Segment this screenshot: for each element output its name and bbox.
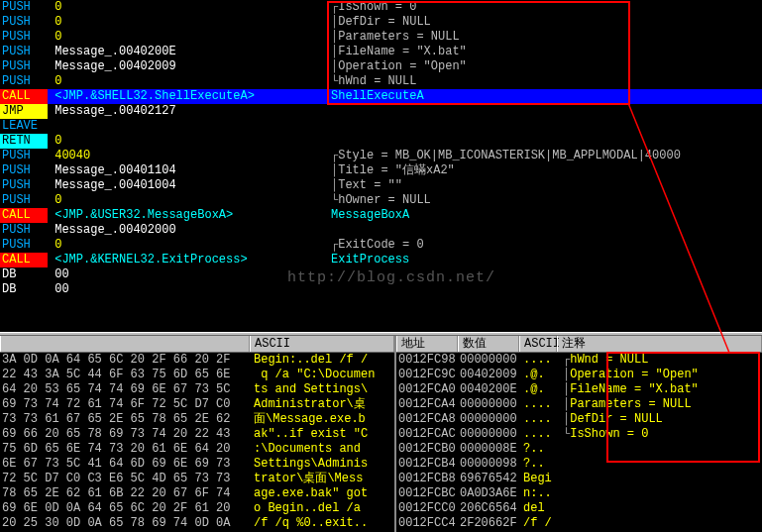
hex-bytes: 6E 67 73 5C 41 64 6D 69 6E 69 73 [0,457,252,472]
comment: ┌ExitCode = 0 [325,238,424,253]
operand: 0 [48,238,325,253]
operand: 0 [48,193,325,208]
stack-row[interactable]: 0012FCB00000008E?.. [396,442,762,457]
hex-row[interactable]: 6E 67 73 5C 41 64 6D 69 6E 69 73Settings… [0,457,394,472]
disasm-line[interactable]: PUSH 0└hWnd = NULL [0,74,762,89]
hex-ascii: Begin:..del /f / [252,353,368,368]
hex-ascii: q /a "C:\Documen [252,368,375,382]
hex-dump[interactable]: ASCII 3A 0D 0A 64 65 6C 20 2F 66 20 2FBe… [0,336,396,532]
disasm-line[interactable]: PUSH Message_.0040200E│FileName = "X.bat… [0,45,762,59]
comment: │Parameters = NULL [325,30,460,45]
hex-header: ASCII [0,336,394,353]
hex-row[interactable]: 20 25 30 0D 0A 65 78 69 74 0D 0A/f /q %0… [0,516,394,531]
watermark: http://blog.csdn.net/ [287,269,495,286]
hex-row[interactable]: 69 66 20 65 78 69 73 74 20 22 43ak"..if … [0,427,394,442]
stack-comment: │DefDir = NULL [563,412,663,427]
operand: 40040 [48,149,325,163]
hex-ascii: Administrator\桌 [252,397,366,412]
mnemonic: PUSH [0,163,48,178]
hex-bytes: 78 65 2E 62 61 6B 22 20 67 6F 74 [0,486,252,501]
mnemonic: RETN [0,134,48,149]
hex-ascii: /f /q %0..exit.. [252,516,368,531]
disasm-line[interactable]: JMP Message_.00402127 [0,104,762,119]
bottom-panel: ASCII 3A 0D 0A 64 65 6C 20 2F 66 20 2FBe… [0,336,762,532]
stack-row[interactable]: 0012FCAC00000000....└IsShown = 0 [396,427,762,442]
mnemonic: PUSH [0,149,48,163]
hex-bytes: 69 6E 0D 0A 64 65 6C 20 2F 61 20 [0,501,252,516]
hex-row[interactable]: 64 20 53 65 74 74 69 6E 67 73 5Cts and S… [0,382,394,397]
operand: 0 [48,0,325,15]
stack-comment: ┌hWnd = NULL [563,353,648,368]
hex-bytes: 72 5C D7 C0 C3 E6 5C 4D 65 73 73 [0,472,252,486]
disasm-line[interactable]: PUSH Message_.00401004│Text = "" [0,178,762,193]
comment: └hWnd = NULL [325,74,416,89]
operand [48,119,325,134]
stack-row[interactable]: 0012FCA00040200E.@.│FileName = "X.bat" [396,382,762,397]
comment: ExitProcess [325,253,409,267]
operand: Message_.00401004 [48,178,325,193]
operand: 0 [48,30,325,45]
operand: <JMP.&USER32.MessageBoxA> [48,208,325,223]
hex-ascii: :\Documents and [252,442,368,457]
disasm-line[interactable]: CALL <JMP.&SHELL32.ShellExecuteA>ShellEx… [0,89,762,104]
stack-row[interactable]: 0012FCC42F20662F/f / [396,516,762,531]
hex-ascii: ts and Settings\ [252,382,368,397]
stack-view[interactable]: 地址 数值 ASCII 注释 0012FC9800000000....┌hWnd… [396,336,762,532]
disasm-line[interactable]: PUSH 0┌ExitCode = 0 [0,238,762,253]
hex-ascii: ak"..if exist "C [252,427,368,442]
disasm-line[interactable]: RETN 0 [0,134,762,149]
stack-comment: │Parameters = NULL [563,397,692,412]
stack-comment: └IsShown = 0 [563,427,648,442]
stack-header: 地址 数值 ASCII 注释 [396,336,762,353]
hex-bytes: 73 73 61 67 65 2E 65 78 65 2E 62 [0,412,252,427]
comment: │Title = "信蟎xA2" [325,163,455,178]
comment: ┌IsShown = 0 [325,0,416,15]
hex-row[interactable]: 69 73 74 72 61 74 6F 72 5C D7 C0Administ… [0,397,394,412]
comment: │DefDir = NULL [325,15,431,30]
disassembly-panel[interactable]: PUSH 0┌IsShown = 0PUSH 0│DefDir = NULLPU… [0,0,762,332]
hex-ascii: age.exe.bak" got [252,486,368,501]
disasm-line[interactable]: CALL <JMP.&USER32.MessageBoxA>MessageBox… [0,208,762,223]
comment: ShellExecuteA [325,89,424,104]
hex-bytes: 64 20 53 65 74 74 69 6E 67 73 5C [0,382,252,397]
stack-row[interactable]: 0012FC9800000000....┌hWnd = NULL [396,353,762,368]
hex-bytes: 20 25 30 0D 0A 65 78 69 74 0D 0A [0,516,252,531]
disasm-line[interactable]: PUSH Message_.00402000 [0,223,762,238]
hex-ascii: trator\桌面\Mess [252,472,363,486]
mnemonic: PUSH [0,223,48,238]
disasm-line[interactable]: CALL <JMP.&KERNEL32.ExitProcess>ExitProc… [0,253,762,267]
hex-row[interactable]: 22 43 3A 5C 44 6F 63 75 6D 65 6E q /a "C… [0,368,394,382]
hex-row[interactable]: 72 5C D7 C0 C3 E6 5C 4D 65 73 73trator\桌… [0,472,394,486]
hex-row[interactable]: 73 73 61 67 65 2E 65 78 65 2E 62面\Messag… [0,412,394,427]
stack-row[interactable]: 0012FCBC0A0D3A6En:.. [396,486,762,501]
mnemonic: PUSH [0,238,48,253]
stack-row[interactable]: 0012FC9C00402009.@.│Operation = "Open" [396,368,762,382]
stack-row[interactable]: 0012FCA800000000....│DefDir = NULL [396,412,762,427]
mnemonic: CALL [0,253,48,267]
hex-ascii: o Begin..del /a [252,501,368,516]
mnemonic: PUSH [0,30,48,45]
disasm-line[interactable]: LEAVE [0,119,762,134]
disasm-line[interactable]: PUSH 40040┌Style = MB_OK|MB_ICONASTERISK… [0,149,762,163]
stack-row[interactable]: 0012FCA400000000....│Parameters = NULL [396,397,762,412]
stack-row[interactable]: 0012FCB869676542Begi [396,472,762,486]
hex-row[interactable]: 75 6D 65 6E 74 73 20 61 6E 64 20:\Docume… [0,442,394,457]
hex-row[interactable]: 78 65 2E 62 61 6B 22 20 67 6F 74age.exe.… [0,486,394,501]
hex-bytes: 75 6D 65 6E 74 73 20 61 6E 64 20 [0,442,252,457]
hex-row[interactable]: 3A 0D 0A 64 65 6C 20 2F 66 20 2FBegin:..… [0,353,394,368]
disasm-line[interactable]: PUSH 0│Parameters = NULL [0,30,762,45]
disasm-line[interactable]: PUSH 0└hOwner = NULL [0,193,762,208]
hex-ascii: Settings\Adminis [252,457,368,472]
disasm-line[interactable]: PUSH Message_.00402009│Operation = "Open… [0,59,762,74]
hex-row[interactable]: 69 6E 0D 0A 64 65 6C 20 2F 61 20o Begin.… [0,501,394,516]
disasm-line[interactable]: PUSH 0│DefDir = NULL [0,15,762,30]
stack-row[interactable]: 0012FCC0206C6564del [396,501,762,516]
disasm-line[interactable]: PUSH Message_.00401104│Title = "信蟎xA2" [0,163,762,178]
comment: ┌Style = MB_OK|MB_ICONASTERISK|MB_APPLMO… [325,149,681,163]
hex-bytes: 22 43 3A 5C 44 6F 63 75 6D 65 6E [0,368,252,382]
hex-bytes: 69 66 20 65 78 69 73 74 20 22 43 [0,427,252,442]
comment: └hOwner = NULL [325,193,431,208]
disasm-line[interactable]: PUSH 0┌IsShown = 0 [0,0,762,15]
stack-comment: │FileName = "X.bat" [563,382,699,397]
stack-row[interactable]: 0012FCB400000098?.. [396,457,762,472]
